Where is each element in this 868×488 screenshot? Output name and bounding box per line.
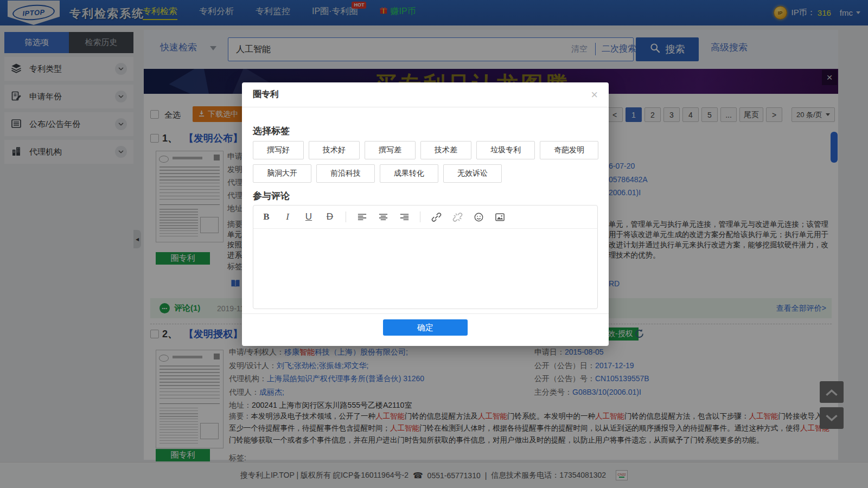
editor-content-area[interactable]: [253, 229, 597, 309]
tag-button[interactable]: 技术差: [420, 141, 471, 159]
dialog-footer-divider: [242, 313, 609, 314]
tags-section-heading: 选择标签: [253, 125, 290, 137]
tag-button[interactable]: 垃圾专利: [476, 141, 535, 159]
tag-button[interactable]: 无效诉讼: [443, 164, 502, 183]
link-icon[interactable]: [431, 211, 442, 222]
dialog-title: 圈专利: [253, 89, 279, 100]
toolbar-divider: [420, 211, 420, 222]
image-icon[interactable]: [494, 211, 505, 222]
toolbar-divider: [346, 211, 346, 222]
align-right-icon[interactable]: [399, 211, 410, 222]
tag-row: 脑洞大开前沿科技成果转化无效诉讼: [253, 164, 502, 183]
emoji-icon[interactable]: [473, 211, 484, 222]
tag-button[interactable]: 撰写差: [365, 141, 416, 159]
bold-icon[interactable]: B: [261, 211, 272, 222]
dialog-header: 圈专利 ×: [242, 82, 609, 107]
italic-icon[interactable]: I: [282, 211, 293, 222]
circle-patent-dialog: 圈专利 × 选择标签 撰写好技术好撰写差技术差垃圾专利奇葩发明 脑洞大开前沿科技…: [242, 82, 609, 346]
tag-button[interactable]: 奇葩发明: [540, 141, 598, 159]
tag-button[interactable]: 撰写好: [253, 141, 304, 159]
editor-toolbar: BIUD: [253, 206, 597, 229]
strikethrough-icon[interactable]: D: [324, 211, 335, 222]
close-icon[interactable]: ×: [591, 89, 598, 101]
align-left-icon[interactable]: [356, 211, 367, 222]
confirm-button[interactable]: 确定: [383, 319, 468, 336]
patent-search-app: IPTOP 专利检索系统 专利检索专利分析专利监控IP圈·专利圈HOT赚IP币 …: [0, 0, 868, 488]
tag-button[interactable]: 脑洞大开: [253, 164, 311, 183]
tag-button[interactable]: 技术好: [309, 141, 360, 159]
unlink-icon[interactable]: [452, 211, 463, 222]
tag-button[interactable]: 成果转化: [380, 164, 438, 183]
underline-icon[interactable]: U: [303, 211, 314, 222]
comment-section-heading: 参与评论: [253, 190, 290, 202]
tag-button[interactable]: 前沿科技: [316, 164, 375, 183]
align-center-icon[interactable]: [378, 211, 388, 222]
tag-row: 撰写好技术好撰写差技术差垃圾专利奇葩发明: [253, 141, 598, 159]
comment-editor: BIUD: [253, 205, 598, 309]
